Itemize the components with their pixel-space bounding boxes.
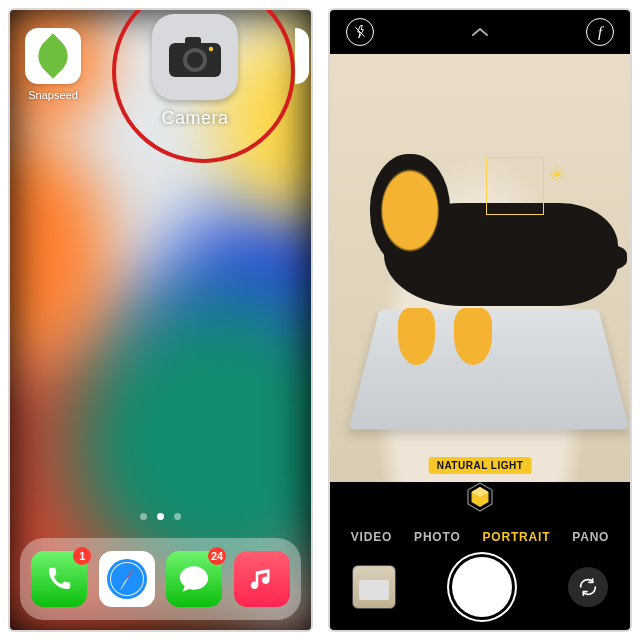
svg-line-22 — [552, 177, 554, 179]
dock-app-messages[interactable]: 24 — [166, 551, 222, 607]
page-dot-active — [157, 513, 164, 520]
mode-photo[interactable]: PHOTO — [414, 530, 460, 544]
svg-line-21 — [560, 177, 562, 179]
app-partial-right[interactable] — [295, 28, 309, 84]
flash-off-icon — [353, 25, 367, 39]
svg-point-3 — [187, 52, 203, 68]
svg-point-15 — [554, 171, 560, 177]
focus-indicator — [486, 157, 544, 215]
safari-icon — [103, 555, 151, 603]
page-dot — [174, 513, 181, 520]
camera-app-screen: f NATURAL LIGHT — [328, 8, 632, 632]
camera-viewfinder[interactable]: NATURAL LIGHT — [330, 54, 630, 482]
flash-toggle-button[interactable] — [346, 18, 374, 46]
scene-background — [330, 54, 630, 482]
camera-mode-selector[interactable]: VIDEO PHOTO PORTRAIT PANO — [330, 530, 630, 544]
camera-app-label: Camera — [161, 108, 228, 129]
svg-point-4 — [209, 47, 213, 51]
app-snapseed[interactable]: Snapseed — [24, 28, 82, 101]
phone-badge: 1 — [73, 547, 91, 565]
shutter-button[interactable] — [452, 557, 512, 617]
messages-icon — [177, 562, 211, 596]
home-dock: 1 24 — [20, 538, 301, 620]
filters-icon: f — [598, 25, 602, 40]
camera-flip-button[interactable] — [568, 567, 608, 607]
camera-icon — [167, 35, 223, 79]
mode-portrait[interactable]: PORTRAIT — [483, 530, 551, 544]
home-screen: Snapseed Camera — [8, 8, 313, 632]
chevron-up-icon[interactable] — [470, 26, 490, 38]
messages-badge: 24 — [208, 547, 226, 565]
page-indicator[interactable] — [10, 513, 311, 520]
last-photo-thumbnail[interactable] — [352, 565, 396, 609]
svg-rect-1 — [185, 37, 201, 47]
dock-app-music[interactable] — [234, 551, 290, 607]
svg-line-23 — [560, 169, 562, 171]
exposure-sun-icon[interactable] — [548, 165, 566, 183]
camera-flip-icon — [577, 576, 599, 598]
snapseed-label: Snapseed — [28, 89, 78, 101]
dock-app-safari[interactable] — [99, 551, 155, 607]
portrait-lighting-badge: NATURAL LIGHT — [429, 457, 532, 474]
portrait-lighting-selector[interactable] — [463, 480, 497, 514]
snapseed-icon — [25, 28, 81, 84]
mode-video[interactable]: VIDEO — [351, 530, 392, 544]
camera-app-icon — [152, 14, 238, 100]
phone-icon — [44, 564, 74, 594]
music-icon — [247, 564, 277, 594]
page-dot — [140, 513, 147, 520]
filters-button[interactable]: f — [586, 18, 614, 46]
dock-app-phone[interactable]: 1 — [31, 551, 87, 607]
svg-line-20 — [552, 169, 554, 171]
mode-pano[interactable]: PANO — [572, 530, 609, 544]
camera-bottom-bar — [330, 544, 630, 630]
camera-top-bar: f — [330, 10, 630, 54]
app-camera[interactable]: Camera — [140, 14, 250, 129]
